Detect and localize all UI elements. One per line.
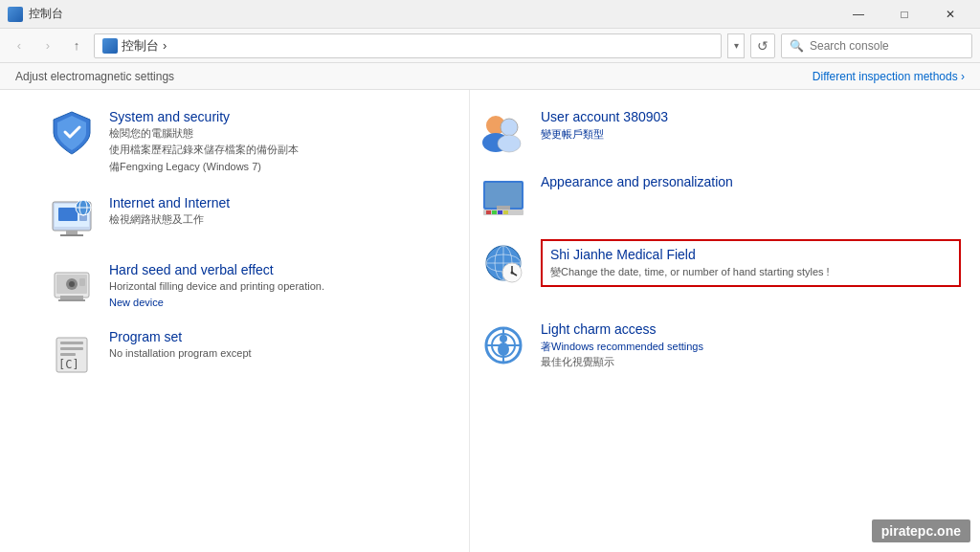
program-title[interactable]: Program set bbox=[109, 329, 440, 344]
system-security-title[interactable]: System and security bbox=[109, 109, 440, 124]
watermark: piratepc.one bbox=[872, 519, 970, 542]
hardware-text: Hard seed and verbal effect Horizontal f… bbox=[109, 262, 440, 307]
svg-rect-4 bbox=[66, 231, 78, 234]
svg-rect-31 bbox=[492, 210, 497, 214]
svg-rect-32 bbox=[498, 210, 502, 214]
svg-rect-29 bbox=[497, 206, 510, 210]
svg-point-24 bbox=[501, 119, 518, 136]
address-chevron[interactable]: ▾ bbox=[727, 33, 745, 58]
internet-text: Internet and Internet 檢視網路狀態及工作 bbox=[109, 195, 440, 229]
titlebar-left: 控制台 bbox=[8, 6, 63, 22]
ease-access-sub2: 最佳化視覺顯示 bbox=[541, 355, 961, 369]
up-button[interactable]: ↑ bbox=[65, 34, 88, 57]
svg-point-43 bbox=[511, 272, 514, 275]
hardware-new-device-link[interactable]: New device bbox=[109, 297, 440, 308]
user-account-section: User account 380903 變更帳戶類型 bbox=[479, 109, 961, 157]
svg-point-48 bbox=[500, 335, 507, 342]
svg-rect-33 bbox=[503, 210, 508, 214]
search-box[interactable]: 🔍 bbox=[781, 33, 972, 58]
ease-access-icon bbox=[479, 321, 527, 369]
system-security-icon bbox=[48, 109, 96, 157]
breadcrumb-arrow: › bbox=[163, 38, 167, 53]
address-box[interactable]: 控制台 › bbox=[94, 33, 722, 58]
ease-access-title[interactable]: Light charm access bbox=[541, 321, 961, 337]
breadcrumb-text: 控制台 bbox=[122, 37, 159, 55]
appearance-section: Appearance and personalization bbox=[479, 174, 961, 222]
internet-sub1: 檢視網路狀態及工作 bbox=[109, 212, 440, 227]
refresh-button[interactable]: ↺ bbox=[750, 33, 775, 58]
program-section: [C] Program set No installation program … bbox=[48, 329, 440, 377]
internet-section: Internet and Internet 檢視網路狀態及工作 bbox=[48, 195, 440, 243]
addressbar: ‹ › ↑ 控制台 › ▾ ↺ 🔍 bbox=[0, 29, 980, 63]
right-panel: User account 380903 變更帳戶類型 bbox=[469, 90, 980, 552]
svg-rect-5 bbox=[60, 234, 83, 236]
ease-access-text: Light charm access 著Windows recommended … bbox=[541, 321, 961, 370]
left-panel: System and security 檢閱您的電腦狀態 使用檔案歷程記錄來儲存… bbox=[0, 90, 469, 552]
svg-point-15 bbox=[69, 281, 75, 287]
program-icon: [C] bbox=[48, 329, 96, 377]
svg-rect-20 bbox=[60, 353, 76, 356]
user-account-text: User account 380903 變更帳戶類型 bbox=[541, 109, 961, 143]
titlebar: 控制台 — □ ✕ bbox=[0, 0, 980, 29]
back-button[interactable]: ‹ bbox=[8, 34, 31, 57]
titlebar-icon bbox=[8, 7, 23, 22]
svg-rect-16 bbox=[79, 278, 85, 286]
forward-button[interactable]: › bbox=[36, 34, 59, 57]
titlebar-title: 控制台 bbox=[29, 6, 63, 22]
appearance-text: Appearance and personalization bbox=[541, 174, 961, 192]
program-sub1: No installation program except bbox=[109, 346, 440, 361]
system-security-text: System and security 檢閱您的電腦狀態 使用檔案歷程記錄來儲存… bbox=[109, 109, 440, 176]
datetime-title[interactable]: Shi Jianhe Medical Field bbox=[550, 247, 951, 262]
internet-title[interactable]: Internet and Internet bbox=[109, 195, 440, 210]
svg-point-49 bbox=[498, 342, 509, 356]
breadcrumb-icon bbox=[102, 38, 118, 54]
breadcrumb: 控制台 › bbox=[102, 37, 167, 55]
hardware-icon bbox=[48, 262, 96, 310]
minimize-button[interactable]: — bbox=[836, 0, 880, 29]
search-input[interactable] bbox=[810, 39, 964, 53]
different-inspection-link[interactable]: Different inspection methods › bbox=[813, 70, 965, 83]
svg-rect-18 bbox=[60, 342, 83, 344]
ease-access-sub1[interactable]: 著Windows recommended settings bbox=[541, 340, 961, 354]
appearance-icon bbox=[479, 174, 527, 222]
internet-icon bbox=[48, 195, 96, 243]
hardware-section: Hard seed and verbal effect Horizontal f… bbox=[48, 262, 440, 310]
program-text: Program set No installation program exce… bbox=[109, 329, 440, 363]
appearance-title[interactable]: Appearance and personalization bbox=[541, 174, 961, 189]
maximize-button[interactable]: □ bbox=[882, 0, 926, 29]
close-button[interactable]: ✕ bbox=[928, 0, 972, 29]
svg-rect-27 bbox=[485, 183, 522, 208]
system-security-section: System and security 檢閱您的電腦狀態 使用檔案歷程記錄來儲存… bbox=[48, 109, 440, 176]
svg-rect-30 bbox=[486, 210, 491, 214]
hardware-sub1: Horizontal filling device and printing o… bbox=[109, 279, 440, 294]
svg-point-25 bbox=[498, 135, 521, 152]
svg-rect-13 bbox=[58, 299, 85, 301]
toolbar-adjust-text: Adjust electromagnetic settings bbox=[15, 70, 174, 83]
svg-rect-2 bbox=[58, 208, 78, 221]
user-account-sub1[interactable]: 變更帳戶類型 bbox=[541, 127, 961, 142]
ease-access-section: Light charm access 著Windows recommended … bbox=[479, 321, 961, 370]
svg-text:[C]: [C] bbox=[58, 358, 79, 371]
search-icon: 🔍 bbox=[790, 39, 804, 53]
titlebar-controls: — □ ✕ bbox=[836, 0, 972, 29]
system-security-sub3: 備Fengxing Legacy (Windows 7) bbox=[109, 160, 440, 174]
user-account-icon bbox=[479, 109, 527, 157]
system-security-sub1: 檢閱您的電腦狀態 bbox=[109, 126, 440, 141]
user-account-title[interactable]: User account 380903 bbox=[541, 109, 961, 124]
toolbar: Adjust electromagnetic settings Differen… bbox=[0, 63, 980, 90]
main-content: System and security 檢閱您的電腦狀態 使用檔案歷程記錄來儲存… bbox=[0, 90, 980, 552]
system-security-sub2: 使用檔案歷程記錄來儲存檔案的備份副本 bbox=[109, 143, 440, 157]
datetime-subtitle: 變Change the date, time, or number of han… bbox=[550, 265, 951, 279]
hardware-title[interactable]: Hard seed and verbal effect bbox=[109, 262, 440, 277]
svg-rect-19 bbox=[60, 347, 83, 350]
datetime-icon bbox=[479, 239, 527, 287]
svg-rect-12 bbox=[60, 296, 83, 299]
datetime-highlighted-box: Shi Jianhe Medical Field 變Change the dat… bbox=[541, 239, 961, 287]
